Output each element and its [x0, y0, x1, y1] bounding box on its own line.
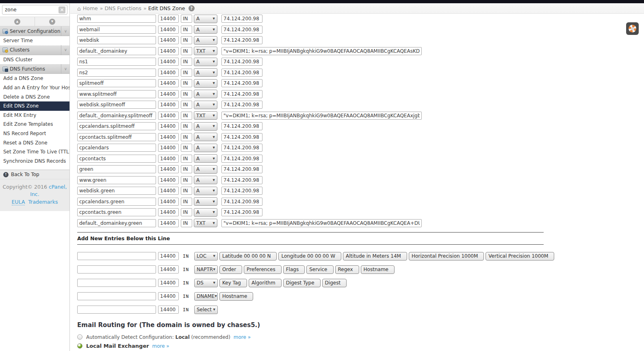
record-type-select[interactable]: TXT	[194, 47, 217, 55]
record-class-input[interactable]	[181, 26, 192, 34]
support-tab[interactable]	[626, 22, 639, 35]
record-class-input[interactable]	[181, 15, 192, 23]
new-entry-ttl-input[interactable]	[158, 292, 179, 300]
record-name-input[interactable]	[77, 165, 156, 173]
sidebar-nav-entry[interactable]: Edit DNS Zone ∨	[0, 101, 69, 111]
param-input[interactable]: Flags	[283, 265, 305, 274]
record-type-select[interactable]: A	[194, 25, 217, 34]
breadcrumb-link[interactable]: DNS Functions »	[104, 5, 146, 11]
scroll-down-button[interactable]: ▼	[35, 17, 69, 26]
new-entry-ttl-input[interactable]	[158, 279, 179, 287]
record-ttl-input[interactable]	[158, 90, 179, 98]
param-input[interactable]: Algorithm	[249, 279, 282, 287]
sidebar-nav-entry[interactable]: Edit Zone Templates ∨	[0, 120, 69, 129]
record-value-input[interactable]	[221, 122, 262, 130]
record-value-input[interactable]	[221, 36, 262, 44]
new-entry-name-input[interactable]	[77, 252, 156, 260]
param-input[interactable]: Regex	[335, 265, 359, 274]
param-input[interactable]: Preferences	[244, 265, 282, 274]
record-type-select[interactable]: A	[194, 79, 217, 88]
record-class-input[interactable]	[181, 122, 192, 130]
record-value-input[interactable]	[221, 198, 262, 206]
new-entry-name-input[interactable]	[77, 306, 156, 314]
param-input[interactable]: Latitude 00 00 00 N	[219, 252, 277, 261]
record-name-input[interactable]	[77, 58, 156, 66]
record-class-input[interactable]	[181, 155, 192, 163]
record-value-input[interactable]	[221, 208, 262, 216]
param-input[interactable]: Hostname	[361, 265, 395, 274]
record-class-input[interactable]	[181, 58, 192, 66]
record-class-input[interactable]	[181, 187, 192, 195]
record-class-input[interactable]	[181, 176, 192, 184]
record-type-select[interactable]: A	[194, 154, 217, 163]
record-type-select[interactable]: A	[194, 187, 217, 195]
new-entry-name-input[interactable]	[77, 279, 156, 287]
more-link[interactable]: more »	[152, 343, 169, 349]
record-name-input[interactable]	[77, 47, 156, 55]
record-value-input[interactable]	[221, 90, 262, 98]
record-class-input[interactable]	[181, 47, 192, 55]
record-value-input[interactable]	[221, 187, 262, 195]
record-name-input[interactable]	[77, 69, 156, 77]
record-type-select[interactable]: A	[194, 15, 217, 23]
sidebar-nav-entry[interactable]: Reset a DNS Zone ∨	[0, 138, 69, 147]
param-input[interactable]: Service	[306, 265, 333, 274]
record-type-select[interactable]: TXT	[194, 219, 217, 227]
record-type-select[interactable]: A	[194, 197, 217, 206]
record-name-input[interactable]	[77, 26, 156, 34]
record-ttl-input[interactable]	[158, 198, 179, 206]
eula-link[interactable]: EULA	[12, 199, 25, 205]
record-class-input[interactable]	[181, 208, 192, 216]
record-ttl-input[interactable]	[158, 112, 179, 120]
new-entry-type-select[interactable]: LOC	[194, 252, 218, 261]
trademarks-link[interactable]: Trademarks	[28, 199, 58, 205]
sidebar-nav-entry[interactable]: Server Configuration ∨	[0, 26, 69, 36]
breadcrumb-link[interactable]: Home »	[83, 5, 103, 11]
record-name-input[interactable]	[77, 176, 156, 184]
sidebar-nav-entry[interactable]: Add an A Entry for Your Hostname ∨	[0, 83, 69, 93]
record-class-input[interactable]	[181, 69, 192, 77]
new-entry-ttl-input[interactable]	[158, 265, 179, 273]
record-value-input[interactable]	[221, 26, 262, 34]
record-value-input[interactable]	[221, 155, 262, 163]
record-type-select[interactable]: TXT	[194, 111, 217, 120]
sidebar-nav-entry[interactable]: NS Record Report ∨	[0, 129, 69, 138]
record-value-input[interactable]	[221, 15, 262, 23]
param-input[interactable]: Order	[219, 265, 242, 274]
record-name-input[interactable]	[77, 101, 156, 109]
record-type-select[interactable]: A	[194, 122, 217, 131]
record-class-input[interactable]	[181, 144, 192, 152]
record-value-input[interactable]	[221, 101, 262, 109]
back-to-top-button[interactable]: ↑ Back To Top	[0, 170, 69, 179]
record-type-select[interactable]: A	[194, 58, 217, 66]
param-input[interactable]: Altitude in Meters 14M	[343, 252, 407, 261]
param-input[interactable]: Digest	[322, 279, 347, 287]
record-type-select[interactable]: A	[194, 165, 217, 174]
record-name-input[interactable]	[77, 79, 156, 87]
record-value-input[interactable]	[221, 112, 422, 120]
param-input[interactable]: Longitude 00 00 00 W	[278, 252, 341, 261]
record-name-input[interactable]	[77, 155, 156, 163]
chevron-down-icon[interactable]: ∨	[61, 45, 69, 55]
record-ttl-input[interactable]	[158, 58, 179, 66]
record-ttl-input[interactable]	[158, 101, 179, 109]
param-input[interactable]: Key Tag	[219, 279, 247, 287]
record-type-select[interactable]: A	[194, 133, 217, 141]
new-entry-type-select[interactable]: DNAME	[194, 292, 218, 301]
record-type-select[interactable]: A	[194, 101, 217, 109]
search-input[interactable]	[2, 5, 67, 15]
record-class-input[interactable]	[181, 90, 192, 98]
breadcrumb-link[interactable]: Edit DNS Zone »	[148, 5, 185, 11]
scroll-up-button[interactable]: ▲	[0, 17, 35, 26]
record-name-input[interactable]	[77, 90, 156, 98]
record-class-input[interactable]	[181, 112, 192, 120]
record-name-input[interactable]	[77, 15, 156, 23]
record-ttl-input[interactable]	[158, 36, 179, 44]
sidebar-nav-entry[interactable]: Synchronize DNS Records ∨	[0, 157, 69, 166]
record-ttl-input[interactable]	[158, 208, 179, 216]
record-value-input[interactable]	[221, 219, 422, 227]
chevron-down-icon[interactable]: ∨	[61, 26, 69, 36]
record-class-input[interactable]	[181, 36, 192, 44]
record-name-input[interactable]	[77, 122, 156, 130]
param-input[interactable]: Digest Type	[283, 279, 321, 287]
